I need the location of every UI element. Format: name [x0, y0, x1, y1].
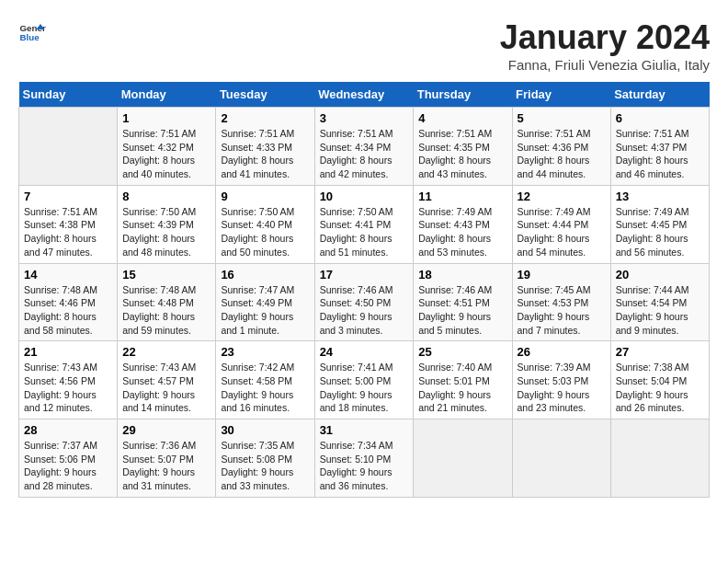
- day-number: 10: [320, 190, 409, 203]
- day-info: Sunrise: 7:36 AM Sunset: 5:07 PM Dayligh…: [122, 439, 210, 493]
- day-number: 1: [122, 111, 210, 125]
- week-row-3: 14Sunrise: 7:48 AM Sunset: 4:46 PM Dayli…: [19, 263, 710, 341]
- week-row-5: 28Sunrise: 7:37 AM Sunset: 5:06 PM Dayli…: [19, 419, 710, 498]
- day-info: Sunrise: 7:40 AM Sunset: 5:01 PM Dayligh…: [418, 361, 506, 415]
- day-number: 16: [221, 268, 309, 282]
- day-number: 20: [616, 268, 704, 282]
- svg-text:Blue: Blue: [20, 32, 40, 42]
- logo: General Blue: [18, 18, 46, 46]
- calendar-cell: 20Sunrise: 7:44 AM Sunset: 4:54 PM Dayli…: [610, 263, 709, 341]
- day-info: Sunrise: 7:48 AM Sunset: 4:46 PM Dayligh…: [24, 283, 112, 338]
- calendar-cell: [610, 419, 709, 498]
- day-info: Sunrise: 7:42 AM Sunset: 4:58 PM Dayligh…: [221, 361, 309, 415]
- calendar-cell: 27Sunrise: 7:38 AM Sunset: 5:04 PM Dayli…: [610, 341, 709, 419]
- day-number: 29: [122, 423, 210, 437]
- month-title: January 2024: [500, 18, 710, 57]
- weekday-sunday: Sunday: [19, 82, 118, 108]
- day-info: Sunrise: 7:43 AM Sunset: 4:57 PM Dayligh…: [122, 361, 210, 415]
- day-info: Sunrise: 7:41 AM Sunset: 5:00 PM Dayligh…: [320, 361, 409, 415]
- weekday-friday: Friday: [512, 82, 610, 108]
- week-row-2: 7Sunrise: 7:51 AM Sunset: 4:38 PM Daylig…: [19, 185, 710, 263]
- day-number: 21: [24, 345, 112, 359]
- day-number: 23: [221, 345, 309, 359]
- calendar-cell: 6Sunrise: 7:51 AM Sunset: 4:37 PM Daylig…: [610, 108, 709, 186]
- weekday-thursday: Thursday: [414, 82, 512, 108]
- day-number: 24: [320, 345, 409, 359]
- calendar-cell: 19Sunrise: 7:45 AM Sunset: 4:53 PM Dayli…: [512, 263, 610, 341]
- weekday-monday: Monday: [118, 82, 216, 108]
- day-info: Sunrise: 7:37 AM Sunset: 5:06 PM Dayligh…: [24, 439, 112, 493]
- day-number: 2: [221, 111, 309, 125]
- calendar-cell: 3Sunrise: 7:51 AM Sunset: 4:34 PM Daylig…: [314, 108, 414, 186]
- day-info: Sunrise: 7:50 AM Sunset: 4:41 PM Dayligh…: [320, 205, 409, 259]
- day-info: Sunrise: 7:51 AM Sunset: 4:32 PM Dayligh…: [122, 127, 210, 181]
- title-block: January 2024 Fanna, Friuli Venezia Giuli…: [500, 18, 710, 73]
- day-number: 9: [221, 190, 309, 203]
- calendar-cell: [414, 419, 512, 498]
- calendar-cell: 22Sunrise: 7:43 AM Sunset: 4:57 PM Dayli…: [118, 341, 216, 419]
- day-number: 27: [616, 345, 704, 359]
- day-number: 7: [24, 190, 112, 203]
- day-number: 14: [24, 268, 112, 282]
- day-number: 13: [616, 190, 704, 203]
- day-info: Sunrise: 7:45 AM Sunset: 4:53 PM Dayligh…: [518, 283, 606, 338]
- day-info: Sunrise: 7:51 AM Sunset: 4:37 PM Dayligh…: [616, 127, 704, 181]
- calendar-cell: 31Sunrise: 7:34 AM Sunset: 5:10 PM Dayli…: [314, 419, 414, 498]
- weekday-saturday: Saturday: [610, 82, 709, 108]
- calendar-cell: 7Sunrise: 7:51 AM Sunset: 4:38 PM Daylig…: [19, 185, 118, 263]
- week-row-4: 21Sunrise: 7:43 AM Sunset: 4:56 PM Dayli…: [19, 341, 710, 419]
- calendar-cell: 5Sunrise: 7:51 AM Sunset: 4:36 PM Daylig…: [512, 108, 610, 186]
- day-info: Sunrise: 7:44 AM Sunset: 4:54 PM Dayligh…: [616, 283, 704, 338]
- day-info: Sunrise: 7:50 AM Sunset: 4:40 PM Dayligh…: [221, 205, 309, 259]
- day-number: 5: [518, 111, 606, 125]
- calendar-table: SundayMondayTuesdayWednesdayThursdayFrid…: [18, 82, 710, 498]
- day-number: 15: [122, 268, 210, 282]
- weekday-wednesday: Wednesday: [314, 82, 414, 108]
- day-number: 8: [122, 190, 210, 203]
- day-info: Sunrise: 7:51 AM Sunset: 4:36 PM Dayligh…: [518, 127, 606, 181]
- calendar-cell: 30Sunrise: 7:35 AM Sunset: 5:08 PM Dayli…: [216, 419, 314, 498]
- day-number: 28: [24, 423, 112, 437]
- calendar-cell: 23Sunrise: 7:42 AM Sunset: 4:58 PM Dayli…: [216, 341, 314, 419]
- day-info: Sunrise: 7:49 AM Sunset: 4:43 PM Dayligh…: [418, 205, 506, 259]
- calendar-cell: 8Sunrise: 7:50 AM Sunset: 4:39 PM Daylig…: [118, 185, 216, 263]
- day-info: Sunrise: 7:43 AM Sunset: 4:56 PM Dayligh…: [24, 361, 112, 415]
- calendar-cell: 25Sunrise: 7:40 AM Sunset: 5:01 PM Dayli…: [414, 341, 512, 419]
- day-info: Sunrise: 7:46 AM Sunset: 4:50 PM Dayligh…: [320, 283, 409, 338]
- day-number: 22: [122, 345, 210, 359]
- day-number: 17: [320, 268, 409, 282]
- calendar-body: 1Sunrise: 7:51 AM Sunset: 4:32 PM Daylig…: [19, 108, 710, 498]
- calendar-cell: 11Sunrise: 7:49 AM Sunset: 4:43 PM Dayli…: [414, 185, 512, 263]
- weekday-header-row: SundayMondayTuesdayWednesdayThursdayFrid…: [19, 82, 710, 108]
- day-info: Sunrise: 7:34 AM Sunset: 5:10 PM Dayligh…: [320, 439, 409, 493]
- day-number: 12: [518, 190, 606, 203]
- day-info: Sunrise: 7:51 AM Sunset: 4:33 PM Dayligh…: [221, 127, 309, 181]
- day-number: 18: [418, 268, 506, 282]
- day-number: 4: [418, 111, 506, 125]
- location: Fanna, Friuli Venezia Giulia, Italy: [500, 57, 710, 73]
- day-info: Sunrise: 7:51 AM Sunset: 4:35 PM Dayligh…: [418, 127, 506, 181]
- calendar-cell: [512, 419, 610, 498]
- day-info: Sunrise: 7:49 AM Sunset: 4:45 PM Dayligh…: [616, 205, 704, 259]
- day-info: Sunrise: 7:51 AM Sunset: 4:34 PM Dayligh…: [320, 127, 409, 181]
- calendar-cell: 15Sunrise: 7:48 AM Sunset: 4:48 PM Dayli…: [118, 263, 216, 341]
- calendar-cell: 18Sunrise: 7:46 AM Sunset: 4:51 PM Dayli…: [414, 263, 512, 341]
- day-number: 31: [320, 423, 409, 437]
- day-info: Sunrise: 7:39 AM Sunset: 5:03 PM Dayligh…: [518, 361, 606, 415]
- week-row-1: 1Sunrise: 7:51 AM Sunset: 4:32 PM Daylig…: [19, 108, 710, 186]
- calendar-cell: 12Sunrise: 7:49 AM Sunset: 4:44 PM Dayli…: [512, 185, 610, 263]
- calendar-cell: 2Sunrise: 7:51 AM Sunset: 4:33 PM Daylig…: [216, 108, 314, 186]
- day-number: 19: [518, 268, 606, 282]
- day-info: Sunrise: 7:51 AM Sunset: 4:38 PM Dayligh…: [24, 205, 112, 259]
- calendar-cell: 1Sunrise: 7:51 AM Sunset: 4:32 PM Daylig…: [118, 108, 216, 186]
- day-info: Sunrise: 7:48 AM Sunset: 4:48 PM Dayligh…: [122, 283, 210, 338]
- logo-icon: General Blue: [18, 18, 46, 46]
- day-number: 11: [418, 190, 506, 203]
- day-info: Sunrise: 7:35 AM Sunset: 5:08 PM Dayligh…: [221, 439, 309, 493]
- page-header: General Blue January 2024 Fanna, Friuli …: [18, 18, 710, 73]
- calendar-cell: 24Sunrise: 7:41 AM Sunset: 5:00 PM Dayli…: [314, 341, 414, 419]
- day-number: 26: [518, 345, 606, 359]
- day-info: Sunrise: 7:38 AM Sunset: 5:04 PM Dayligh…: [616, 361, 704, 415]
- day-info: Sunrise: 7:47 AM Sunset: 4:49 PM Dayligh…: [221, 283, 309, 338]
- day-number: 25: [418, 345, 506, 359]
